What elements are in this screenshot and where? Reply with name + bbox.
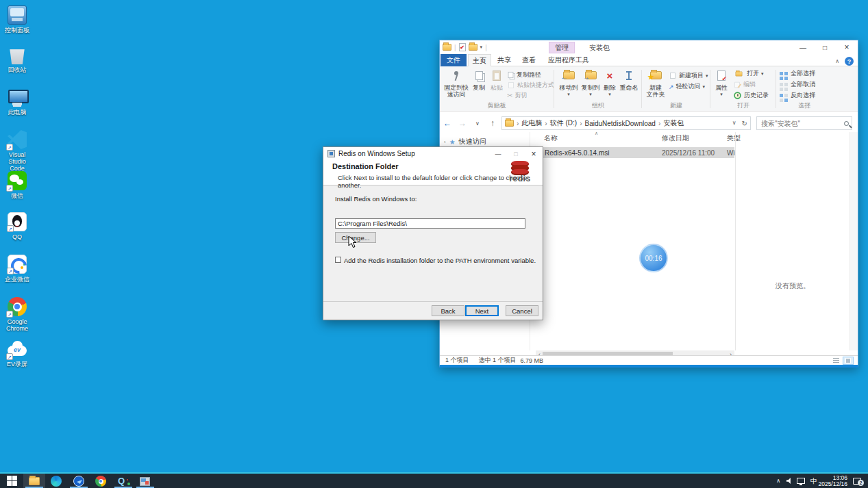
breadcrumb-this-pc[interactable]: 此电脑 [521,118,542,128]
tab-share[interactable]: 共享 [493,54,516,66]
desktop-icon-vscode[interactable]: ↗ Visual Studio Code [1,130,34,172]
refresh-icon[interactable]: ↻ [742,120,747,127]
search-box[interactable] [756,116,852,130]
taskbar-blue-app-button[interactable] [73,476,84,487]
window-title: 安装包 [589,43,610,53]
taskbar-q-app-button[interactable]: Q [118,476,129,487]
copy-button[interactable]: 复制 [470,68,488,101]
dropdown-icon: ▾ [608,91,611,98]
history-button[interactable]: 历史记录 [733,90,769,101]
minimize-button[interactable]: — [792,40,814,54]
explorer-titlebar[interactable]: | ✔ ▾ | 管理 安装包 — □ × [440,40,858,54]
tray-network-button[interactable] [797,474,805,488]
breadcrumb-drive-d[interactable]: 软件 (D:) [550,118,577,128]
desktop-icon-control-panel[interactable]: 控制面板 [1,5,34,34]
easy-access-button[interactable]: ↗ 轻松访问 ▾ [669,81,705,92]
column-header-name[interactable]: 名称 [544,133,558,143]
ribbon: ∧ ? 固定到快 速访问 复制 粘贴 [440,66,858,112]
taskbar-installer-button[interactable] [140,476,151,487]
search-input[interactable] [760,119,836,128]
ribbon-separator [710,70,710,108]
start-button[interactable] [7,476,18,487]
select-none-button[interactable]: 全部取消 [780,79,815,90]
paste-button[interactable]: 粘贴 [488,68,506,101]
cancel-button[interactable]: Cancel [506,305,538,316]
desktop-icon-ev-recorder[interactable]: ev ↗ EV录屏 [1,339,34,368]
file-row-redis-msi[interactable]: Redis-x64-5.0.14.msi 2025/12/16 11:00 Wi [530,147,734,158]
dialog-close-button[interactable]: × [525,147,543,160]
next-button[interactable]: Next [465,305,499,316]
desktop-icon-qq[interactable]: ↗ QQ [1,212,34,240]
delete-button[interactable]: × 删除 ▾ [602,68,618,101]
invert-selection-button[interactable]: 反向选择 [780,90,815,101]
desktop-icon-chrome[interactable]: ↗ Google Chrome [1,297,34,332]
details-view-button[interactable] [830,357,841,365]
dialog-minimize-button[interactable]: — [489,147,507,160]
tab-home-selected[interactable]: 主页 [468,54,491,66]
tab-app-tools[interactable]: 应用程序工具 [542,54,595,66]
paste-shortcut-button[interactable]: 粘贴快捷方式 [507,80,554,90]
edit-button[interactable]: 编辑 [733,79,756,90]
back-button[interactable]: ← [440,118,455,128]
new-folder-button[interactable]: ★ 新建 文件夹 [644,68,667,101]
easy-access-icon: ↗ [669,84,674,90]
taskbar-edge-button[interactable] [51,476,62,487]
open-button[interactable]: 打开 ▾ [733,68,764,79]
screen-recorder-timer[interactable]: 00:16 [639,244,668,272]
new-folder-quick-icon[interactable] [469,44,478,51]
recent-locations-dropdown-icon[interactable]: ∨ [470,120,485,127]
manage-contextual-tab[interactable]: 管理 [549,42,575,53]
tray-chevron-button[interactable]: ∧ [776,474,780,488]
windows-logo-icon [7,476,18,486]
add-to-path-checkbox[interactable] [335,257,341,263]
breadcrumb[interactable]: › 此电脑 › 软件 (D:) › BaiduNetdiskDownload ›… [501,116,751,130]
tab-view[interactable]: 查看 [517,54,541,66]
up-button[interactable]: ↑ [485,118,500,128]
action-center-button[interactable]: 2 [853,474,861,488]
back-button[interactable]: Back [432,305,464,316]
breadcrumb-baidu-download[interactable]: BaiduNetdiskDownload [584,120,655,127]
tray-volume-button[interactable] [786,474,793,488]
help-icon[interactable]: ? [845,57,854,66]
expander-icon[interactable]: › [444,139,446,145]
desktop-icon-recycle-bin[interactable]: 回收站 [1,45,34,73]
dialog-title: Redis on Windows Setup [338,150,415,157]
vertical-scrollbar[interactable] [850,132,858,350]
desktop-icon-wechat[interactable]: ↗ 微信 [1,171,34,199]
desktop-icon-wecom[interactable]: ↗ 企业微信 [1,255,34,283]
rename-button[interactable]: 重命名 [618,68,640,101]
address-dropdown-icon[interactable]: ∨ [732,120,736,127]
move-to-button[interactable]: ← 移动到 ▾ [558,68,580,101]
cut-button[interactable]: ✂ 剪切 [507,90,527,101]
status-selected-count: 选中 1 个项目 [479,356,517,365]
paste-icon [493,70,501,81]
properties-quick-icon[interactable]: ✔ [459,43,466,51]
column-header-type[interactable]: 类型 [727,133,741,143]
desktop-icon-this-pc[interactable]: 此电脑 [1,88,34,116]
paste-shortcut-icon [508,82,513,88]
dialog-titlebar[interactable]: Redis on Windows Setup — □ × [323,147,543,160]
close-button[interactable]: × [836,40,858,54]
maximize-button[interactable]: □ [814,40,836,54]
install-path-input[interactable] [335,218,525,229]
ime-indicator[interactable]: 中 [810,474,817,488]
forward-button[interactable]: → [455,118,470,128]
large-icons-view-button[interactable] [843,357,854,365]
breadcrumb-current-folder[interactable]: 安装包 [663,118,684,128]
column-header-date[interactable]: 修改日期 [662,133,689,143]
taskbar-clock[interactable]: 13:06 2025/12/16 [818,474,847,488]
collapse-ribbon-icon[interactable]: ∧ [835,58,839,64]
pin-to-quick-access-button[interactable]: 固定到快 速访问 [443,68,470,101]
select-all-button[interactable]: 全部选择 [780,68,815,79]
taskbar-explorer-button[interactable] [29,476,40,487]
new-item-button[interactable]: 新建项目 ▾ [669,70,708,81]
taskbar-chrome-button[interactable] [95,476,106,487]
copy-path-button[interactable]: 复制路径 [507,70,541,80]
sidebar-item-quick-access[interactable]: › ★ 快速访问 [444,137,486,146]
ime-chinese-label: 中 [810,476,817,486]
wecom-icon: ↗ [8,255,27,274]
qat-customize-dropdown-icon[interactable]: ▾ [480,44,483,50]
tab-file[interactable]: 文件 [441,54,467,66]
properties-button[interactable]: ✔ 属性 ▾ [712,68,730,101]
copy-to-button[interactable]: → 复制到 ▾ [580,68,602,101]
